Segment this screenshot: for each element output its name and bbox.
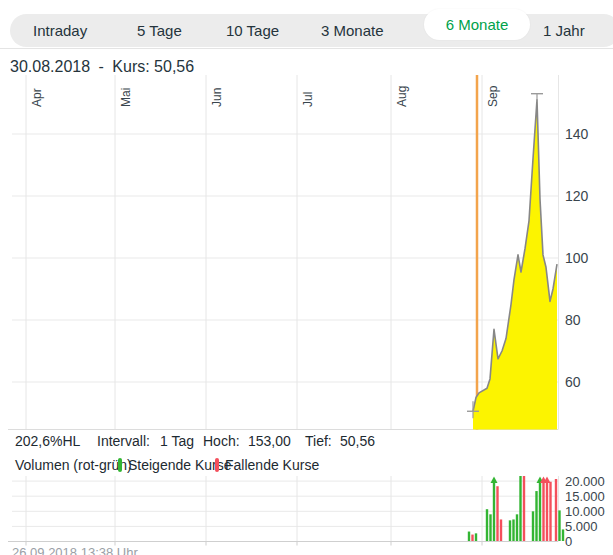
stat-tief-value: 50,56 [340, 433, 375, 449]
volume-y-tick-label: 10.000 [565, 504, 605, 519]
legend-up-marker-icon [118, 458, 122, 472]
volume-y-tick-label: 5.000 [565, 519, 598, 534]
legend-down-marker-icon [215, 458, 219, 472]
stat-intervall-value: 1 Tag [160, 433, 194, 449]
month-label: Sep [486, 85, 500, 107]
volume-legend: Volumen (rot-grün) Steigende Kurse Falle… [0, 457, 613, 475]
month-label: Jul [301, 92, 315, 107]
price-y-tick-label: 100 [565, 250, 589, 266]
price-y-tick-label: 80 [565, 312, 581, 328]
stat-hoch-value: 153,00 [248, 433, 291, 449]
volume-y-tick-label: 15.000 [565, 489, 605, 504]
month-label: Aug [395, 86, 409, 107]
stat-intervall-label: Intervall: [97, 433, 150, 449]
month-label: Apr [30, 88, 44, 107]
stat-hoch-label: Hoch: [203, 433, 240, 449]
volume-y-tick-label: 20.000 [565, 474, 605, 489]
month-label: Jun [210, 88, 224, 107]
price-y-tick-label: 60 [565, 374, 581, 390]
month-label: Mai [119, 88, 133, 107]
price-y-tick-label: 120 [565, 188, 589, 204]
stat-tief-label: Tief: [305, 433, 332, 449]
stat-hl: 202,6%HL [15, 433, 80, 449]
price-area [473, 100, 557, 430]
legend-down-label: Fallende Kurse [225, 457, 319, 473]
volume-y-tick-label: 0 [565, 534, 572, 549]
chart-widget: Intraday 5 Tage 10 Tage 3 Monate 6 Monat… [0, 0, 613, 555]
last-update-timestamp: 26.09.2018 13:38 Uhr [12, 545, 138, 555]
price-y-tick-label: 140 [565, 126, 589, 142]
volume-legend-title: Volumen (rot-grün) [15, 457, 132, 473]
volume-bar-clip-arrow-icon [491, 477, 498, 484]
stats-row: 202,6%HL Intervall: 1 Tag Hoch: 153,00 T… [0, 433, 613, 451]
